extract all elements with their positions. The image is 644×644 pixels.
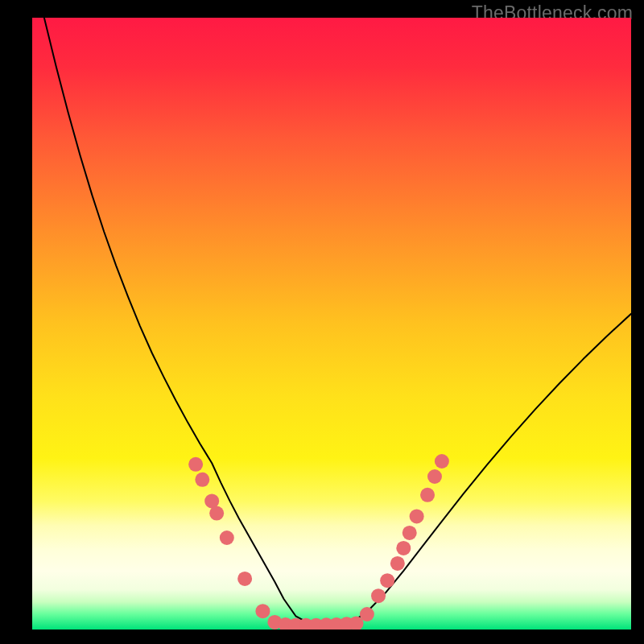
highlight-dot	[427, 469, 442, 484]
highlight-dot	[420, 488, 435, 502]
highlight-dot	[402, 526, 417, 540]
chart-frame: TheBottleneck.com	[0, 0, 644, 644]
plot-area	[32, 18, 631, 630]
highlight-dot	[195, 473, 209, 487]
gradient-background	[32, 18, 631, 630]
highlight-dot	[188, 457, 203, 472]
highlight-dot	[220, 530, 234, 545]
highlight-dot	[237, 572, 252, 586]
highlight-dot	[371, 588, 386, 603]
highlight-dot	[435, 454, 449, 469]
chart-svg	[32, 18, 631, 630]
highlight-dot	[360, 607, 374, 621]
highlight-dot	[390, 556, 405, 571]
highlight-dot	[255, 604, 270, 618]
highlight-dot	[380, 573, 394, 588]
highlight-dot	[209, 506, 224, 521]
highlight-dot	[396, 541, 411, 555]
highlight-dot	[410, 509, 424, 523]
